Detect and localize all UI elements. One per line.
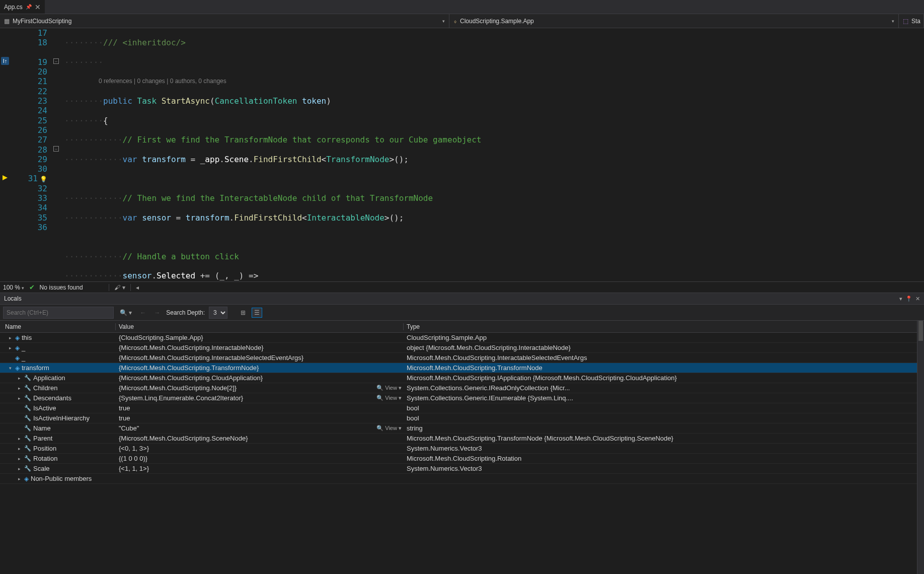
zoom-dropdown[interactable]: 100 % bbox=[3, 284, 24, 291]
expander-icon[interactable]: ▸ bbox=[16, 396, 22, 401]
view-visualizer-link[interactable]: 🔍 View ▾ bbox=[376, 385, 404, 391]
method-cube-icon: ⬚ bbox=[903, 18, 908, 25]
class-icon: ⬨ bbox=[453, 18, 457, 25]
pin-icon[interactable]: 📌 bbox=[26, 4, 32, 10]
list-view-icon[interactable]: ☰ bbox=[252, 308, 262, 318]
locals-row[interactable]: ▾◈transform{Microsoft.Mesh.CloudScriptin… bbox=[0, 363, 924, 373]
locals-row[interactable]: ▸🔧Rotation{(1 0 0 0)}Microsoft.Mesh.Clou… bbox=[0, 454, 924, 464]
expander-icon[interactable]: ▸ bbox=[16, 456, 22, 461]
expander-icon[interactable]: ▸ bbox=[16, 476, 22, 481]
line-number-gutter: 17 18 19 20 21 22 23 24 25 26 27 28 29 3… bbox=[11, 28, 51, 281]
check-icon: ✔ bbox=[29, 283, 35, 291]
expander-icon[interactable]: ▸ bbox=[16, 466, 22, 471]
object-cube-icon: ◈ bbox=[15, 365, 20, 372]
locals-row[interactable]: 🔧Name"Cube"🔍 View ▾string bbox=[0, 423, 924, 434]
locals-type: object {Microsoft.Mesh.CloudScripting.In… bbox=[404, 344, 924, 351]
view-visualizer-link[interactable]: 🔍 View ▾ bbox=[376, 395, 404, 401]
locals-row[interactable]: 🔧IsActiveInHierarchytruebool bbox=[0, 413, 924, 423]
nav-prev-icon[interactable]: ← bbox=[138, 308, 148, 317]
scrollbar[interactable] bbox=[917, 321, 924, 574]
nav-back-icon[interactable]: ◂ bbox=[136, 284, 139, 291]
expander-icon[interactable]: ▸ bbox=[16, 446, 22, 451]
locals-value: {Microsoft.Mesh.CloudScripting.SceneNode… bbox=[119, 435, 248, 442]
locals-row[interactable]: ▸🔧Scale{<1, 1, 1>}System.Numerics.Vector… bbox=[0, 464, 924, 474]
window-position-icon[interactable]: ▾ bbox=[899, 296, 902, 302]
locals-name: Scale bbox=[33, 465, 50, 472]
locals-name: IsActive bbox=[33, 404, 56, 412]
tree-view-icon[interactable]: ⊞ bbox=[239, 308, 248, 317]
locals-row[interactable]: ▸🔧Position{<0, 1, 3>}System.Numerics.Vec… bbox=[0, 444, 924, 454]
expander-icon[interactable]: ▸ bbox=[16, 436, 22, 441]
code-body[interactable]: ········/// <inheritdoc/> ········/// <i… bbox=[63, 28, 924, 281]
locals-row[interactable]: ◈_{Microsoft.Mesh.CloudScripting.Interac… bbox=[0, 353, 924, 363]
file-tab[interactable]: App.cs 📌 ✕ bbox=[0, 0, 45, 14]
locals-type: Microsoft.Mesh.CloudScripting.TransformN… bbox=[404, 364, 924, 372]
locals-value: {<1, 1, 1>} bbox=[119, 465, 149, 472]
locals-value: {(1 0 0 0)} bbox=[119, 455, 147, 462]
locals-row[interactable]: ▸◈Non-Public members bbox=[0, 474, 924, 484]
search-icon[interactable]: 🔍 ▾ bbox=[118, 308, 134, 317]
issues-status[interactable]: No issues found bbox=[40, 284, 83, 291]
codelens[interactable]: 0 references | 0 changes | 0 authors, 0 … bbox=[63, 77, 924, 86]
nav-next-icon[interactable]: → bbox=[152, 308, 162, 317]
expander-icon[interactable]: ▸ bbox=[7, 335, 13, 340]
close-icon[interactable]: ✕ bbox=[35, 3, 41, 11]
debug-current-arrow-icon bbox=[1, 174, 9, 182]
locals-name: Descendants bbox=[33, 394, 71, 402]
fold-toggle[interactable]: − bbox=[53, 146, 59, 152]
search-depth-select[interactable]: 3 bbox=[209, 307, 227, 319]
col-header-name[interactable]: Name bbox=[0, 323, 116, 330]
search-input[interactable] bbox=[3, 307, 114, 319]
col-header-type[interactable]: Type bbox=[404, 323, 924, 330]
locals-type: Microsoft.Mesh.CloudScripting.Interactab… bbox=[404, 354, 924, 362]
close-icon[interactable]: ✕ bbox=[915, 296, 920, 302]
locals-row[interactable]: ▸🔧Application{Microsoft.Mesh.CloudScript… bbox=[0, 373, 924, 383]
object-cube-icon: ◈ bbox=[24, 475, 29, 482]
expander-icon[interactable]: ▾ bbox=[7, 366, 13, 371]
type-dropdown[interactable]: ⬨ CloudScripting.Sample.App ▾ bbox=[449, 14, 899, 28]
locals-row[interactable]: ▸🔧Children{Microsoft.Mesh.CloudScripting… bbox=[0, 383, 924, 393]
locals-name: Parent bbox=[33, 435, 52, 442]
col-header-value[interactable]: Value bbox=[116, 323, 404, 330]
locals-name: IsActiveInHierarchy bbox=[33, 414, 90, 422]
property-wrench-icon: 🔧 bbox=[24, 435, 31, 442]
pin-icon[interactable]: 📍 bbox=[905, 296, 912, 302]
property-wrench-icon: 🔧 bbox=[24, 445, 31, 452]
locals-type: Microsoft.Mesh.CloudScripting.Rotation bbox=[404, 455, 924, 462]
locals-grid-header[interactable]: Name Value Type bbox=[0, 321, 924, 333]
scrollbar-thumb[interactable] bbox=[918, 321, 923, 341]
locals-grid[interactable]: Name Value Type ▸◈this{CloudScripting.Sa… bbox=[0, 321, 924, 574]
info-bookmark-icon[interactable]: I↑ bbox=[1, 57, 9, 65]
property-wrench-icon: 🔧 bbox=[24, 395, 31, 401]
locals-name: Position bbox=[33, 445, 56, 452]
expander-icon[interactable]: ▸ bbox=[7, 345, 13, 350]
member-dropdown[interactable]: ⬚ Sta bbox=[899, 14, 924, 28]
type-path: CloudScripting.Sample.App bbox=[460, 18, 534, 25]
locals-panel-header[interactable]: Locals ▾ 📍 ✕ bbox=[0, 293, 924, 305]
locals-row[interactable]: ▸◈this{CloudScripting.Sample.App}CloudSc… bbox=[0, 333, 924, 343]
locals-value: {Microsoft.Mesh.CloudScripting.Interacta… bbox=[119, 354, 303, 362]
locals-value: true bbox=[119, 414, 130, 422]
chevron-down-icon: ▾ bbox=[442, 19, 445, 24]
locals-name: Name bbox=[33, 424, 51, 432]
locals-name: transform bbox=[22, 364, 49, 372]
locals-value: {Microsoft.Mesh.CloudScripting.Transform… bbox=[119, 364, 259, 372]
expander-icon[interactable]: ▸ bbox=[16, 386, 22, 391]
view-visualizer-link[interactable]: 🔍 View ▾ bbox=[376, 425, 404, 432]
locals-row[interactable]: ▸🔧Descendants{System.Linq.Enumerable.Con… bbox=[0, 393, 924, 403]
locals-value: {CloudScripting.Sample.App} bbox=[119, 334, 203, 341]
locals-row[interactable]: ▸🔧Parent{Microsoft.Mesh.CloudScripting.S… bbox=[0, 434, 924, 444]
breakpoint-margin[interactable]: I↑ bbox=[0, 28, 11, 281]
file-tab-label: App.cs bbox=[4, 4, 23, 11]
locals-row[interactable]: 🔧IsActivetruebool bbox=[0, 403, 924, 413]
locals-name: Children bbox=[33, 384, 57, 392]
fold-toggle[interactable]: − bbox=[53, 58, 59, 64]
locals-name: this bbox=[22, 334, 32, 341]
expander-icon[interactable]: ▸ bbox=[16, 376, 22, 381]
locals-row[interactable]: ▸◈_{Microsoft.Mesh.CloudScripting.Intera… bbox=[0, 343, 924, 353]
project-dropdown[interactable]: ▦ MyFirstCloudScripting ▾ bbox=[0, 14, 449, 28]
locals-type: System.Collections.Generic.IReadOnlyColl… bbox=[404, 384, 924, 392]
fold-gutter[interactable]: − − bbox=[51, 28, 63, 281]
code-editor[interactable]: I↑ 17 18 19 20 21 22 23 24 25 26 27 28 2… bbox=[0, 28, 924, 281]
brush-icon[interactable]: 🖌 ▾ bbox=[114, 284, 125, 291]
